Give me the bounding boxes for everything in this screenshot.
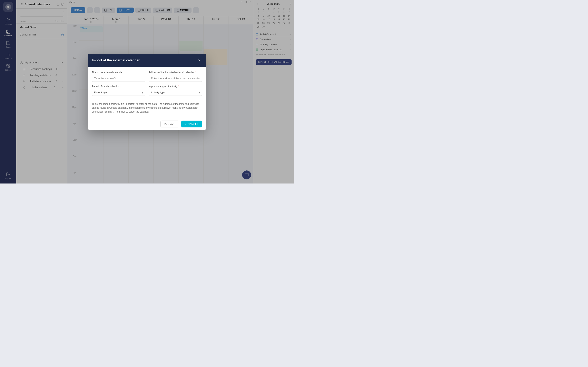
save-icon (164, 123, 167, 125)
form-group-period: Period of synchronization * Do not sync … (92, 85, 145, 96)
save-label: SAVE (168, 122, 175, 125)
modal-info-text: To set the import correctly it is import… (92, 99, 202, 114)
save-button[interactable]: SAVE (160, 120, 179, 127)
address-label-text: Address of the imported external calenda… (149, 71, 194, 74)
period-select[interactable]: Do not sync Every hour Every day Every w… (92, 89, 145, 96)
import-type-select[interactable]: Activity type (149, 89, 202, 96)
cancel-button[interactable]: × CANCEL (181, 120, 202, 127)
cancel-label: CANCEL (188, 122, 199, 125)
title-input[interactable] (92, 75, 145, 82)
form-group-title: Title of the external calendar * (92, 71, 145, 82)
address-input[interactable] (149, 75, 202, 82)
cancel-x-icon: × (185, 122, 187, 125)
form-group-address: Address of the imported external calenda… (149, 71, 202, 82)
import-modal: Import of the external calendar × Title … (88, 54, 206, 130)
modal-close-button[interactable]: × (196, 58, 202, 63)
title-required-marker: * (124, 71, 125, 74)
import-type-label-text: Import as a type of activity (149, 85, 177, 88)
period-required-marker: * (121, 85, 121, 88)
title-field-label: Title of the external calendar * (92, 71, 145, 74)
modal-footer: SAVE × CANCEL (88, 118, 206, 130)
period-label-text: Period of synchronization (92, 85, 120, 88)
form-group-import-type: Import as a type of activity * Activity … (149, 85, 202, 96)
modal-title: Import of the external calendar (92, 58, 140, 62)
close-icon: × (198, 58, 200, 62)
import-type-required-marker: * (178, 85, 179, 88)
modal-header: Import of the external calendar × (88, 54, 206, 67)
title-label-text: Title of the external calendar (92, 71, 123, 74)
address-required-marker: * (195, 71, 196, 74)
import-type-select-wrapper: Activity type (149, 89, 202, 96)
period-field-label: Period of synchronization * (92, 85, 145, 88)
period-select-wrapper: Do not sync Every hour Every day Every w… (92, 89, 145, 96)
form-row-2: Period of synchronization * Do not sync … (92, 85, 202, 96)
form-row-1: Title of the external calendar * Address… (92, 71, 202, 82)
address-field-label: Address of the imported external calenda… (149, 71, 202, 74)
modal-body: Title of the external calendar * Address… (88, 67, 206, 118)
import-type-field-label: Import as a type of activity * (149, 85, 202, 88)
